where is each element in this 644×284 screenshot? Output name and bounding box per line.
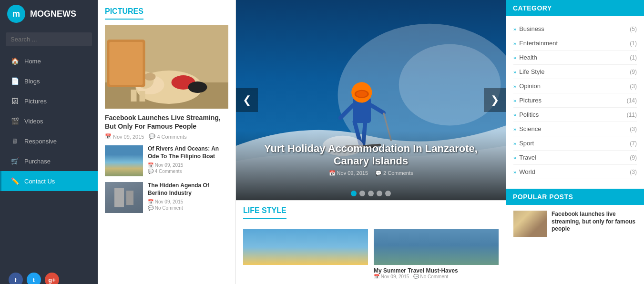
videos-icon: 🎬 (10, 116, 20, 126)
small-picture-list: Of Rivers And Oceans: An Ode To The Fili… (105, 145, 228, 213)
svg-rect-7 (131, 90, 137, 101)
category-name: Entertainment (519, 40, 627, 47)
twitter-button[interactable]: t (27, 273, 41, 284)
main-picture-comments: 💬 4 Comments (149, 133, 186, 140)
pictures-section-title: PICTURES (105, 7, 143, 20)
sidebar-item-responsive[interactable]: 🖥 Responsive (0, 131, 98, 151)
hero-title: Yurt Holiday Accommodation In Lanzarote,… (245, 142, 496, 167)
svg-point-5 (144, 73, 156, 81)
category-count: (9) (630, 69, 637, 75)
sidebar-item-label: Home (24, 58, 41, 65)
main-content: PICTURES (98, 0, 644, 284)
lifestyle-thumb-1 (243, 229, 368, 265)
category-count: (7) (630, 140, 637, 147)
sidebar-item-label: Videos (24, 118, 43, 125)
category-count: (3) (630, 83, 637, 90)
category-item-sport[interactable]: » Sport (7) (513, 136, 637, 151)
small-picture-info-1: Of Rivers And Oceans: An Ode To The Fili… (148, 145, 228, 173)
sidebar-item-home[interactable]: 🏠 Home (0, 51, 98, 71)
category-count: (9) (630, 154, 637, 161)
small-picture-thumb-2 (105, 182, 143, 213)
category-count: (1) (630, 54, 637, 61)
category-name: Sport (519, 140, 627, 147)
lifestyle-card-1 (243, 229, 368, 282)
category-name: Science (519, 125, 627, 132)
logo-icon: m (7, 5, 25, 23)
chevron-right-icon: » (513, 98, 516, 103)
hero-dot-4[interactable] (377, 191, 382, 196)
category-item-lifestyle[interactable]: » Life Style (9) (513, 65, 637, 79)
popular-post-item: Facebook launches live streaming, but on… (513, 211, 637, 237)
category-item-business[interactable]: » Business (5) (513, 22, 637, 36)
sidebar-item-videos[interactable]: 🎬 Videos (0, 111, 98, 131)
category-name: Business (519, 25, 627, 32)
main-picture-date: 📅 Nov 09, 2015 (105, 133, 144, 140)
hero-prev-button[interactable]: ❮ (236, 88, 258, 112)
blogs-icon: 📄 (10, 76, 20, 86)
chevron-right-icon: » (513, 41, 516, 46)
search-area: 🔍 (0, 28, 98, 51)
svg-point-27 (356, 91, 367, 97)
chevron-right-icon: » (513, 112, 516, 118)
hero-dot-3[interactable] (368, 191, 374, 196)
logo-area: m MOGNEWS (0, 0, 98, 28)
small-picture-title-1: Of Rivers And Oceans: An Ode To The Fili… (148, 145, 228, 160)
category-item-travel[interactable]: » Travel (9) (513, 151, 637, 165)
dog-image-svg (105, 25, 228, 109)
content-row: PICTURES (98, 0, 644, 284)
chevron-right-icon: » (513, 126, 516, 132)
category-name: Life Style (519, 68, 627, 75)
lifestyle-grid: My Summer Travel Must-Haves 📅 Nov 09, 20… (243, 229, 499, 282)
svg-point-15 (399, 44, 501, 126)
small-picture-meta-1: 📅 Nov 09, 2015 💬 4 Comments (148, 162, 228, 174)
chevron-right-icon: » (513, 83, 516, 89)
sidebar-item-purchase[interactable]: 🛒 Purchase (0, 151, 98, 171)
hero-comments: 💬 2 Comments (375, 170, 413, 176)
facebook-button[interactable]: f (9, 273, 23, 284)
sidebar-item-label: Contact Us (24, 178, 55, 185)
popular-post-info-1: Facebook launches live streaming, but on… (552, 211, 637, 237)
small-picture-thumb-1 (105, 145, 143, 176)
category-list: » Business (5) » Entertainment (1) » Hea… (513, 22, 637, 179)
chevron-right-icon: » (513, 69, 516, 75)
pictures-column: PICTURES (98, 0, 236, 284)
main-picture-image (105, 25, 228, 109)
category-item-science[interactable]: » Science (3) (513, 122, 637, 136)
category-header: CATEGORY (506, 0, 644, 16)
hero-dot-2[interactable] (359, 191, 365, 196)
category-count: (1) (630, 40, 637, 47)
category-item-politics[interactable]: » Politics (11) (513, 108, 637, 122)
chevron-right-icon: » (513, 141, 516, 146)
sidebar-item-contact[interactable]: ✏️ Contact Us (0, 171, 98, 191)
sidebar-item-blogs[interactable]: 📄 Blogs (0, 71, 98, 91)
category-item-health[interactable]: » Health (1) (513, 51, 637, 65)
category-item-world[interactable]: » World (3) (513, 165, 637, 179)
hero-next-button[interactable]: ❯ (484, 88, 506, 112)
lifestyle-card-meta: 📅 Nov 09, 2015 💬 No Comment (374, 274, 499, 279)
category-item-entertainment[interactable]: » Entertainment (1) (513, 36, 637, 51)
right-sidebar: CATEGORY » Business (5) » Entertainment … (506, 0, 644, 284)
hero-date: 📅 Nov 09, 2015 (329, 170, 368, 176)
small-picture-info-2: The Hidden Agenda Of Berlino Industry 📅 … (148, 182, 228, 210)
sidebar-item-label: Blogs (24, 78, 40, 85)
list-item: Of Rivers And Oceans: An Ode To The Fili… (105, 145, 228, 176)
sidebar-item-label: Pictures (24, 98, 47, 105)
category-count: (3) (630, 169, 637, 175)
lifestyle-card-info: My Summer Travel Must-Haves 📅 Nov 09, 20… (374, 265, 499, 282)
center-column: Yurt Holiday Accommodation In Lanzarote,… (236, 0, 506, 284)
category-count: (11) (627, 112, 637, 118)
hero-dot-1[interactable] (351, 191, 357, 196)
lifestyle-thumb-2 (374, 229, 499, 265)
pictures-icon: 🖼 (10, 96, 20, 106)
small-picture-meta-2: 📅 Nov 09, 2015 💬 No Comment (148, 199, 228, 211)
lifestyle-section-title: LIFE STYLE (243, 206, 286, 219)
category-item-pictures[interactable]: » Pictures (14) (513, 93, 637, 108)
hero-dot-5[interactable] (385, 191, 391, 196)
chevron-right-icon: » (513, 55, 516, 61)
category-item-opinion[interactable]: » Opinion (3) (513, 79, 637, 93)
chevron-right-icon: » (513, 169, 516, 175)
svg-rect-8 (140, 91, 145, 101)
sidebar-item-pictures[interactable]: 🖼 Pictures (0, 91, 98, 111)
search-input[interactable] (6, 32, 92, 46)
googleplus-button[interactable]: g+ (45, 273, 59, 284)
